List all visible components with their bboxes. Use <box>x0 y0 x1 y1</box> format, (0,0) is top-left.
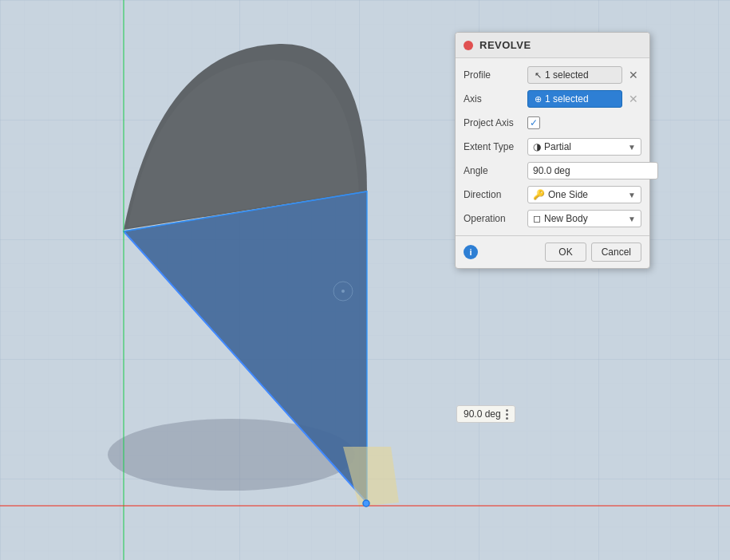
extent-type-dropdown[interactable]: ◑ Partial ▼ <box>527 138 641 156</box>
angle-label-text: 90.0 deg <box>464 408 501 420</box>
partial-icon: ◑ <box>533 141 541 152</box>
angle-label: 90.0 deg <box>456 405 515 423</box>
operation-control: ◻ New Body ▼ <box>527 210 641 227</box>
direction-value: One Side <box>548 189 588 200</box>
revolve-panel: REVOLVE Profile ↖ 1 selected ✕ Axis ⊕ 1 … <box>455 32 650 269</box>
project-axis-checkbox[interactable]: ✓ <box>527 116 540 129</box>
profile-select-button[interactable]: ↖ 1 selected <box>527 66 622 84</box>
angle-label-menu[interactable] <box>506 409 508 420</box>
direction-label: Direction <box>464 189 527 200</box>
axis-select-button[interactable]: ⊕ 1 selected <box>527 90 622 108</box>
panel-header-icon <box>464 41 473 50</box>
panel-body: Profile ↖ 1 selected ✕ Axis ⊕ 1 selected… <box>456 58 649 235</box>
project-axis-row: Project Axis ✓ <box>456 111 649 135</box>
oneside-icon: 🔑 <box>533 189 545 200</box>
profile-label: Profile <box>464 69 527 81</box>
newbody-icon: ◻ <box>533 213 541 224</box>
operation-dropdown[interactable]: ◻ New Body ▼ <box>527 210 641 227</box>
project-axis-control: ✓ <box>527 116 641 129</box>
ok-button[interactable]: OK <box>545 243 586 262</box>
axis-control: ⊕ 1 selected ✕ <box>527 90 641 108</box>
checkbox-checkmark: ✓ <box>530 118 538 128</box>
panel-header: REVOLVE <box>456 33 649 58</box>
extent-type-arrow: ▼ <box>628 143 636 152</box>
profile-button-text: 1 selected <box>545 69 589 81</box>
operation-row: Operation ◻ New Body ▼ <box>456 207 649 231</box>
axis-label: Axis <box>464 93 527 105</box>
axis-button-text: 1 selected <box>545 93 589 105</box>
profile-control: ↖ 1 selected ✕ <box>527 66 641 84</box>
profile-row: Profile ↖ 1 selected ✕ <box>456 63 649 87</box>
extent-type-control: ◑ Partial ▼ <box>527 138 641 156</box>
extent-type-label: Extent Type <box>464 141 527 152</box>
axis-icon: ⊕ <box>535 94 542 105</box>
svg-point-10 <box>341 290 345 293</box>
info-button[interactable]: i <box>464 245 478 259</box>
operation-label: Operation <box>464 213 527 224</box>
cancel-button[interactable]: Cancel <box>591 243 641 262</box>
profile-clear-button[interactable]: ✕ <box>625 67 641 83</box>
direction-row: Direction 🔑 One Side ▼ <box>456 183 649 207</box>
info-icon: i <box>469 247 472 257</box>
direction-control: 🔑 One Side ▼ <box>527 186 641 203</box>
axis-clear-button[interactable]: ✕ <box>625 91 641 107</box>
operation-arrow: ▼ <box>628 215 636 223</box>
panel-footer: i OK Cancel <box>456 235 649 268</box>
angle-label-text: Angle <box>464 165 527 176</box>
extent-type-row: Extent Type ◑ Partial ▼ <box>456 135 649 159</box>
operation-value: New Body <box>544 213 588 224</box>
angle-row: Angle <box>456 159 649 183</box>
project-axis-label: Project Axis <box>464 117 527 128</box>
angle-control <box>527 162 658 179</box>
panel-title: REVOLVE <box>479 39 531 51</box>
angle-input[interactable] <box>527 162 658 179</box>
axis-row: Axis ⊕ 1 selected ✕ <box>456 87 649 111</box>
svg-point-14 <box>363 500 369 507</box>
direction-dropdown[interactable]: 🔑 One Side ▼ <box>527 186 641 203</box>
extent-type-value: Partial <box>544 141 571 152</box>
cursor-icon: ↖ <box>535 70 542 81</box>
direction-arrow: ▼ <box>628 191 636 199</box>
